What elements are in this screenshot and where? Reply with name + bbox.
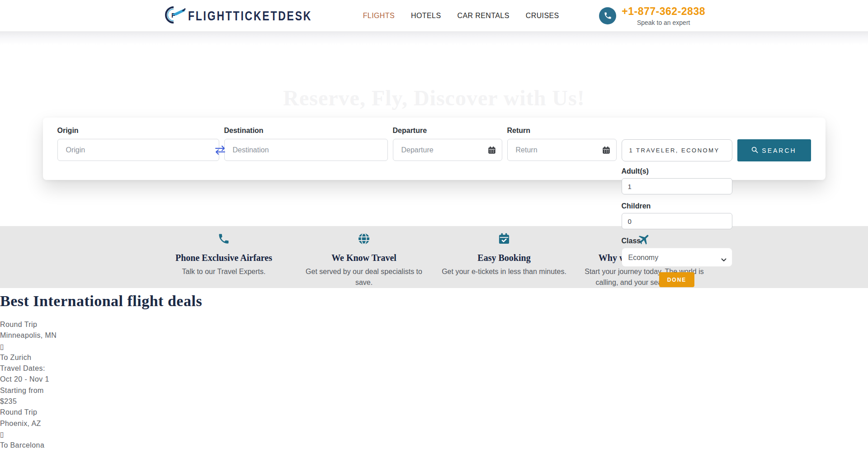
class-select[interactable]: Economy	[622, 248, 732, 267]
phone-contact[interactable]: +1-877-362-2838 Speak to an expert	[599, 5, 705, 26]
origin-field-group: Origin	[57, 127, 219, 180]
class-label: Class	[622, 237, 732, 245]
deal-price: $235	[0, 396, 868, 407]
nav-item-car-rentals[interactable]: CAR RENTALS	[457, 12, 509, 20]
departure-input[interactable]	[393, 139, 502, 161]
search-button-label: SEARCH	[762, 147, 796, 154]
feature-description: Get served by our deal specialists to sa…	[298, 266, 429, 288]
logo[interactable]: F FLIGHTTICKETDESK	[163, 5, 323, 27]
globe-icon	[298, 232, 429, 246]
phone-number[interactable]: +1-877-362-2838	[622, 5, 705, 18]
done-button[interactable]: DONE	[659, 272, 694, 287]
deal-line: Starting from	[0, 385, 868, 396]
deal-line: Phoenix, AZ	[0, 418, 868, 429]
origin-input[interactable]	[57, 139, 219, 161]
destination-input[interactable]	[224, 139, 388, 161]
feature-title: Phone Exclusive Airfares	[158, 253, 289, 263]
search-field-group: SEARCH	[737, 139, 811, 180]
calendar-check-icon	[439, 232, 570, 246]
feature-phone-exclusive: Phone Exclusive Airfares Talk to our Tra…	[154, 232, 294, 288]
search-button[interactable]: SEARCH	[737, 139, 811, 161]
deals-section: Best International flight deals Round Tr…	[0, 288, 868, 449]
return-field-group: Return	[507, 127, 617, 180]
search-icon	[751, 147, 758, 155]
deal-line: Travel Dates:	[0, 363, 868, 374]
svg-text:F: F	[171, 11, 175, 19]
phone-icon	[599, 7, 616, 24]
deals-heading: Best International flight deals	[0, 293, 868, 310]
main-nav: FLIGHTS HOTELS CAR RENTALS CRUISES	[363, 12, 559, 20]
phone-tagline: Speak to an expert	[622, 19, 705, 26]
children-label: Children	[622, 202, 732, 210]
swap-origin-destination-icon[interactable]	[214, 145, 226, 157]
hero-section: Reserve, Fly, Discover with Us! Origin D…	[0, 32, 868, 226]
feature-easy-booking: Easy Booking Get your e-tickets in less …	[434, 232, 574, 288]
missing-glyph-box: ▯	[0, 341, 868, 352]
origin-label: Origin	[57, 127, 219, 135]
destination-field-group: Destination	[224, 127, 388, 180]
feature-description: Talk to our Travel Experts.	[158, 266, 289, 277]
deal-line: Round Trip	[0, 319, 868, 330]
feature-title: Easy Booking	[439, 253, 570, 263]
feature-we-know-travel: We Know Travel Get served by our deal sp…	[294, 232, 434, 288]
departure-label: Departure	[393, 127, 502, 135]
deal-line: To Zurich	[0, 352, 868, 363]
destination-label: Destination	[224, 127, 388, 135]
return-input[interactable]	[507, 139, 617, 161]
nav-item-flights[interactable]: FLIGHTS	[363, 12, 395, 20]
logo-plane-icon: F	[163, 5, 186, 27]
return-label: Return	[507, 127, 617, 135]
hero-top-gradient	[0, 32, 868, 45]
feature-description: Get your e-tickets in less than minutes.	[439, 266, 570, 277]
deal-line: Oct 20 - Nov 1	[0, 374, 868, 385]
nav-item-hotels[interactable]: HOTELS	[411, 12, 441, 20]
phone-icon	[158, 232, 289, 246]
deal-line: Minneapolis, MN	[0, 330, 868, 341]
traveler-summary-button[interactable]: 1 TRAVELER, ECONOMY	[622, 139, 732, 161]
traveler-dropdown-panel: Adult(s) Children Class Economy DONE	[622, 167, 732, 287]
missing-glyph-box: ▯	[0, 429, 868, 440]
children-input[interactable]	[622, 213, 732, 229]
departure-field-group: Departure	[393, 127, 502, 180]
deals-list: Round Trip Minneapolis, MN ▯ To Zurich T…	[0, 319, 868, 449]
hero-title: Reserve, Fly, Discover with Us!	[0, 85, 868, 111]
logo-text: FLIGHTTICKETDESK	[188, 8, 312, 23]
nav-item-cruises[interactable]: CRUISES	[526, 12, 559, 20]
adults-input[interactable]	[622, 178, 732, 194]
deal-line: Round Trip	[0, 407, 868, 418]
adults-label: Adult(s)	[622, 167, 732, 175]
flight-search-card: Origin Destination Departure	[43, 118, 826, 180]
feature-title: We Know Travel	[298, 253, 429, 263]
header: F FLIGHTTICKETDESK FLIGHTS HOTELS CAR RE…	[0, 0, 868, 32]
deal-line: To Barcelona	[0, 440, 868, 449]
features-band: Phone Exclusive Airfares Talk to our Tra…	[0, 226, 868, 288]
